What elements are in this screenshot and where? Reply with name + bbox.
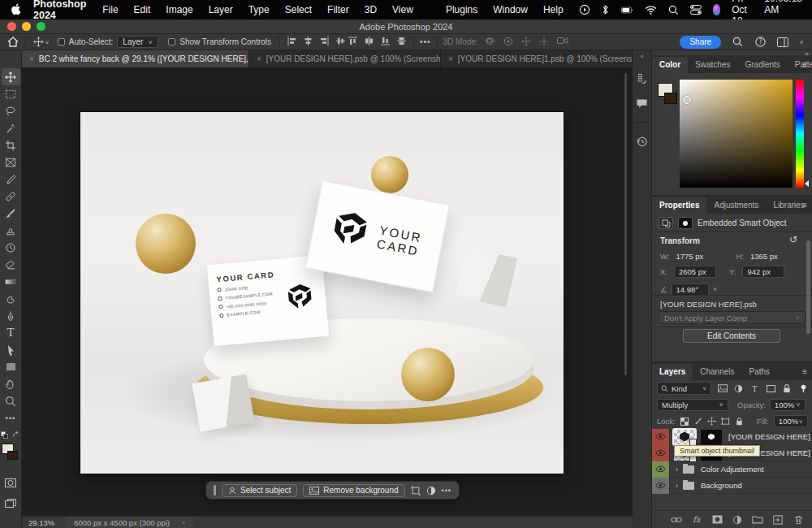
taskbar-drag-handle[interactable]	[214, 485, 216, 496]
link-layers-icon[interactable]	[671, 514, 682, 526]
swap-colors-icon[interactable]	[12, 431, 20, 440]
tab-layers[interactable]: Layers	[652, 364, 693, 380]
panel-menu-icon[interactable]: ≡	[802, 201, 807, 210]
canvas-area[interactable]: YOUR CARD JOHN DOE YOU@EXAMPLE.COM +00 0…	[22, 68, 633, 528]
document-canvas[interactable]: YOUR CARD JOHN DOE YOU@EXAMPLE.COM +00 0…	[80, 112, 564, 474]
menu-edit[interactable]: Edit	[134, 4, 151, 15]
screen-record-icon[interactable]	[579, 4, 590, 16]
history-icon[interactable]	[635, 134, 650, 149]
pen-tool[interactable]	[2, 307, 20, 324]
select-subject-button[interactable]: Select subject	[222, 484, 297, 497]
align-right-icon[interactable]	[320, 37, 329, 47]
distribute-top-icon[interactable]	[348, 37, 357, 47]
eyedropper-tool[interactable]	[2, 171, 20, 188]
expand-group-icon[interactable]: ›	[676, 482, 678, 490]
siri-icon[interactable]	[713, 4, 720, 15]
hue-slider-arrow[interactable]	[805, 180, 809, 187]
tab-paths[interactable]: Paths	[742, 364, 778, 380]
layer-visibility-icon[interactable]	[652, 429, 670, 445]
menu-app-name[interactable]: Photoshop 2024	[33, 0, 86, 21]
lock-position-icon[interactable]	[707, 416, 716, 426]
new-layer-icon[interactable]	[772, 514, 784, 526]
lock-artboard-icon[interactable]	[721, 416, 730, 426]
fill-input[interactable]: 100%∨	[774, 415, 808, 427]
menu-image[interactable]: Image	[166, 4, 192, 15]
document-tab-3[interactable]: ×[YOUR DESIGN HERE]1.psb @ 100% (Screens…	[441, 50, 633, 67]
x-input[interactable]: 2605 px	[674, 266, 716, 278]
smart-object-icon[interactable]	[659, 217, 673, 229]
options-more-icon[interactable]: •••	[420, 37, 431, 46]
layer-comp-dropdown[interactable]: Don't Apply Layer Comp ∨	[659, 311, 806, 324]
tool-preset-chevron-icon[interactable]: ∨	[45, 39, 50, 45]
new-adjustment-layer-icon[interactable]	[732, 514, 743, 526]
marquee-tool[interactable]	[2, 85, 20, 102]
layer-name[interactable]: Color Adjustement	[701, 465, 764, 474]
delete-layer-icon[interactable]	[793, 514, 804, 526]
rectangle-tool[interactable]	[2, 358, 20, 375]
hue-slider[interactable]	[796, 80, 804, 188]
auto-select-dropdown[interactable]: Layer∨	[117, 36, 158, 48]
angle-input[interactable]: 14.98°	[672, 283, 709, 296]
document-info[interactable]: 6000 px x 4500 px (300 ppi)›	[66, 517, 192, 528]
menu-plugins[interactable]: Plugins	[446, 4, 477, 15]
menu-layer[interactable]: Layer	[209, 4, 233, 15]
document-tab-2[interactable]: ×[YOUR DESIGN HERE].psb @ 100% (Screensh…	[249, 50, 441, 67]
layer-row-1[interactable]: [YOUR DESIGN HERE]	[652, 429, 812, 445]
layer-row-3[interactable]: › Color Adjustement	[652, 461, 812, 478]
distribute-center-h-icon[interactable]	[365, 37, 374, 47]
layer-visibility-icon[interactable]	[652, 478, 670, 494]
canvas-vertical-scrollbar[interactable]	[624, 73, 627, 375]
object-selection-tool[interactable]	[2, 119, 20, 136]
clone-stamp-tool[interactable]	[2, 222, 20, 239]
menu-view[interactable]: View	[392, 4, 413, 15]
kind-filter-dropdown[interactable]: Kind ∨	[657, 382, 711, 395]
zoom-level[interactable]: 29.13%	[28, 518, 54, 527]
menu-select[interactable]: Select	[285, 4, 312, 15]
gradient-tool[interactable]	[2, 273, 20, 290]
add-mask-icon[interactable]	[711, 514, 723, 526]
comments-icon[interactable]	[635, 96, 650, 110]
new-group-icon[interactable]	[752, 514, 763, 526]
tab-swatches[interactable]: Swatches	[688, 57, 737, 73]
edit-toolbar-icon[interactable]: •••	[2, 409, 20, 426]
control-center-icon[interactable]	[690, 4, 702, 16]
panel-menu-icon[interactable]: ≡	[802, 60, 807, 69]
screen-mode-button[interactable]	[2, 495, 20, 512]
workspace-icon[interactable]	[776, 36, 789, 49]
menu-filter[interactable]: Filter	[327, 4, 349, 15]
panel-menu-icon[interactable]: ≡	[802, 367, 807, 376]
move-tool-options-icon[interactable]	[32, 36, 45, 49]
document-tab-1[interactable]: ×BC 2 white fancy back @ 29.1% ([YOUR DE…	[22, 50, 249, 67]
battery-icon[interactable]	[621, 4, 633, 16]
mask-badge-icon[interactable]	[678, 217, 693, 229]
layer-name[interactable]: Background	[701, 481, 742, 490]
layer-effects-icon[interactable]: fx	[691, 514, 702, 526]
layer-name[interactable]: [YOUR DESIGN HERE]	[728, 432, 810, 441]
transform-icon[interactable]	[411, 486, 421, 496]
layer-visibility-icon[interactable]	[652, 461, 670, 478]
close-tab-icon[interactable]: ×	[257, 54, 261, 63]
properties-scrollbar[interactable]	[806, 240, 810, 334]
layer-visibility-icon[interactable]	[652, 445, 670, 461]
angle-chevron-icon[interactable]: ∨	[713, 287, 718, 292]
type-tool[interactable]: T	[2, 324, 20, 341]
tab-patterns[interactable]: Patterns	[788, 57, 812, 73]
menu-file[interactable]: File	[102, 4, 118, 15]
distribute-bottom-icon[interactable]	[381, 37, 390, 47]
tab-gradients[interactable]: Gradients	[737, 57, 787, 73]
tab-adjustments[interactable]: Adjustments	[706, 197, 766, 214]
bluetooth-icon[interactable]	[602, 4, 610, 16]
filter-toggle-icon[interactable]	[798, 383, 808, 394]
quick-mask-button[interactable]	[2, 474, 20, 491]
menu-help[interactable]: Help	[543, 4, 564, 15]
path-selection-tool[interactable]	[2, 341, 20, 358]
tab-color[interactable]: Color	[652, 57, 688, 73]
lasso-tool[interactable]	[2, 102, 20, 119]
search-icon[interactable]	[731, 36, 744, 49]
align-center-v-icon[interactable]	[336, 37, 345, 47]
smart-object-thumbnail[interactable]	[674, 430, 695, 444]
filter-type-icon[interactable]: T	[750, 383, 760, 394]
blend-mode-dropdown[interactable]: Multiply∨	[657, 399, 728, 411]
close-tab-icon[interactable]: ×	[29, 54, 34, 63]
background-color-well[interactable]	[664, 93, 677, 104]
